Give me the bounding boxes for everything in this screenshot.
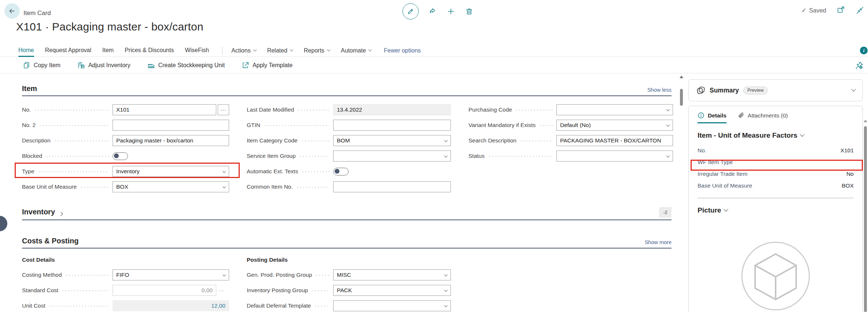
- apply-template-button[interactable]: Apply Template: [242, 61, 293, 69]
- left-edge-handle[interactable]: [0, 216, 7, 231]
- costing-method-dropdown[interactable]: FIFO: [113, 269, 229, 280]
- tab-request-approval[interactable]: Request Approval: [45, 44, 91, 57]
- blocked-label: Blocked: [22, 153, 42, 159]
- search-description-input[interactable]: PACKAGING MASTER - BOX/CARTON: [556, 135, 673, 146]
- copy-item-button[interactable]: Copy Item: [23, 61, 60, 69]
- chevron-down-icon: [222, 273, 226, 276]
- chevron-down-icon: [222, 169, 226, 173]
- menu-related[interactable]: Related: [267, 44, 293, 57]
- edit-button[interactable]: [402, 3, 419, 19]
- summary-card: Summary Preview: [688, 79, 863, 101]
- chevron-down-icon: [290, 48, 293, 51]
- standard-cost-label: Standard Cost: [22, 287, 58, 294]
- gen-prod-posting-group-label: Gen. Prod. Posting Group: [247, 272, 312, 278]
- show-less-link[interactable]: Show less: [647, 87, 672, 93]
- description-label: Description: [22, 137, 51, 144]
- factbox-base-uom-value[interactable]: BOX: [842, 182, 854, 189]
- scroll-up-arrow-icon[interactable]: [864, 120, 867, 122]
- no2-input[interactable]: [113, 120, 229, 131]
- trash-icon: [465, 7, 473, 15]
- item-category-code-dropdown[interactable]: BOM: [333, 135, 451, 146]
- field-costing-method: Costing Method FIFO: [22, 269, 229, 280]
- scrollbar-thumb[interactable]: [864, 126, 867, 312]
- dotted-leader: [315, 275, 330, 276]
- chevron-down-icon: [444, 273, 448, 276]
- field-no2: No. 2: [22, 120, 229, 131]
- chevron-down-icon: [724, 207, 729, 211]
- scrollbar-thumb[interactable]: [680, 89, 683, 106]
- plus-icon: [447, 7, 455, 15]
- picture-title[interactable]: Picture: [698, 206, 854, 214]
- inventory-posting-group-dropdown[interactable]: PACK: [333, 285, 451, 296]
- factbox-irregular-trade-item-value[interactable]: No: [846, 171, 854, 177]
- back-button[interactable]: [4, 3, 20, 19]
- costing-method-label: Costing Method: [22, 272, 62, 278]
- tab-details[interactable]: Details: [698, 112, 727, 123]
- standard-cost-input[interactable]: 0,00: [113, 285, 216, 296]
- blocked-toggle[interactable]: [113, 152, 128, 160]
- dotted-leader: [299, 156, 330, 157]
- unpin-button[interactable]: [855, 61, 864, 70]
- scroll-up-arrow-icon[interactable]: [680, 76, 683, 78]
- collapse-button[interactable]: [856, 6, 864, 15]
- apply-template-icon: [242, 61, 249, 69]
- open-in-window-button[interactable]: [836, 6, 845, 15]
- factbox-base-uom-label: Base Unit of Measure: [698, 182, 752, 189]
- automatic-ext-texts-toggle[interactable]: [333, 168, 349, 175]
- dotted-leader: [264, 125, 330, 126]
- menu-actions[interactable]: Actions: [231, 44, 256, 57]
- tab-attachments[interactable]: Attachments (0): [738, 112, 788, 122]
- main-scrollbar[interactable]: [678, 74, 684, 312]
- chevron-down-icon: [253, 48, 257, 51]
- description-input[interactable]: Packaging master - box/carton: [113, 135, 229, 146]
- purchasing-code-dropdown[interactable]: [556, 104, 673, 115]
- chevron-down-icon[interactable]: [851, 87, 856, 91]
- tab-home[interactable]: Home: [18, 44, 34, 57]
- unit-cost-label: Unit Cost: [22, 302, 45, 309]
- create-stockkeeping-unit-button[interactable]: Create Stockkeeping Unit: [147, 61, 225, 69]
- unit-cost-value[interactable]: 12,00: [113, 300, 229, 311]
- show-more-link[interactable]: Show more: [645, 239, 672, 245]
- standard-cost-assist-button[interactable]: ···: [219, 287, 225, 293]
- factbox-title[interactable]: Item - Unit of Measure Factors: [698, 131, 854, 139]
- new-button[interactable]: [446, 7, 455, 16]
- field-gtin: GTIN: [247, 120, 451, 131]
- no2-label: No. 2: [22, 122, 36, 128]
- delete-button[interactable]: [465, 7, 474, 16]
- gen-prod-posting-group-dropdown[interactable]: MISC: [333, 269, 451, 280]
- costs-posting-fasttab: Costs & Posting Show more Cost Details C…: [22, 237, 672, 312]
- factbox-row-wf-item-type: WF Item Type: [698, 156, 854, 168]
- chevron-down-icon: [444, 138, 448, 142]
- factbox-no-value[interactable]: X101: [841, 147, 854, 154]
- share-icon: [429, 7, 437, 15]
- factbox-wf-item-type-label: WF Item Type: [698, 159, 733, 166]
- no-assist-button[interactable]: ···: [218, 104, 229, 115]
- base-uom-dropdown[interactable]: BOX: [113, 181, 229, 192]
- adjust-inventory-button[interactable]: Adjust Inventory: [77, 61, 130, 69]
- chevron-down-icon: [800, 132, 805, 137]
- chevron-down-icon: [666, 123, 670, 127]
- info-icon[interactable]: i: [860, 47, 868, 54]
- no-input[interactable]: X101: [113, 104, 216, 115]
- menu-reports[interactable]: Reports: [304, 44, 330, 57]
- status-dropdown[interactable]: [556, 150, 673, 162]
- field-standard-cost: Standard Cost 0,00 ···: [22, 285, 229, 296]
- status-label: Status: [468, 153, 485, 159]
- gtin-input[interactable]: [333, 120, 451, 131]
- variant-mandatory-dropdown[interactable]: Default (No): [556, 120, 673, 131]
- default-deferral-template-dropdown[interactable]: [333, 300, 451, 311]
- tab-item[interactable]: Item: [102, 44, 114, 57]
- field-gen-prod-posting-group: Gen. Prod. Posting Group MISC: [247, 269, 451, 280]
- tab-wisefish[interactable]: WiseFish: [185, 44, 209, 57]
- inventory-section-title[interactable]: Inventory: [22, 208, 55, 216]
- inventory-fasttab: Inventory -2: [22, 207, 672, 220]
- common-item-no-input[interactable]: [333, 181, 451, 192]
- share-button[interactable]: [428, 7, 437, 16]
- tab-prices-discounts[interactable]: Prices & Discounts: [125, 44, 174, 57]
- fewer-options-link[interactable]: Fewer options: [384, 47, 421, 54]
- service-item-group-dropdown[interactable]: [333, 150, 451, 162]
- factbox-scrollbar[interactable]: [863, 118, 867, 312]
- field-type: Type Inventory: [22, 166, 229, 177]
- type-dropdown[interactable]: Inventory: [113, 166, 229, 177]
- menu-automate[interactable]: Automate: [341, 44, 371, 57]
